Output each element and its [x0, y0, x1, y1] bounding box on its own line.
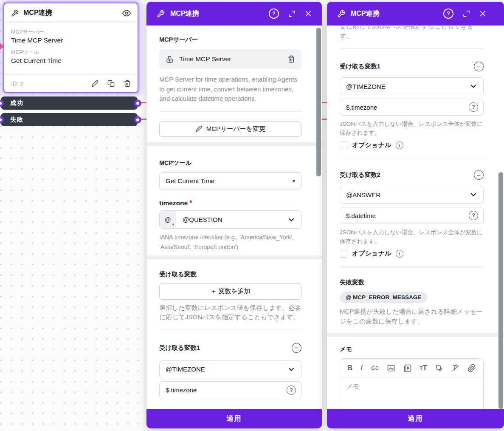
help-icon[interactable]	[269, 9, 279, 19]
node-footer: ID: 2	[4, 74, 138, 92]
change-server-button[interactable]: MCPサーバーを変更	[159, 121, 301, 137]
node-header: MCP連携	[4, 3, 138, 23]
var2-variable-select[interactable]: @ANSWER	[340, 186, 484, 204]
mcp-server-row[interactable]: Time MCP Server	[159, 49, 301, 69]
trash-icon[interactable]	[287, 55, 295, 63]
var2-note: JSONパスを入力しない場合、レスポンス全体が変数に保存されます。	[340, 228, 484, 246]
add-variable-button[interactable]: ＋ 変数を追加	[159, 284, 301, 300]
var1-jsonpath-input[interactable]: $.timezone	[340, 99, 484, 116]
clear-format-icon[interactable]	[451, 364, 460, 372]
fail-var-note: MCP連携が失敗した場合に返される詳細メッセージをこの変数に保存します。	[340, 307, 484, 326]
memo-editor: メモ	[340, 358, 484, 409]
edit-icon[interactable]	[91, 80, 99, 87]
mcp-tool-select[interactable]: Get Current Time	[159, 172, 301, 190]
timezone-select[interactable]: @ @QUESTION	[159, 210, 301, 229]
remove-variable-icon[interactable]	[474, 170, 484, 180]
mcp-detail-panel-2: MCP連携 要に応じてJSONパスを指定することもできま す。	[327, 2, 504, 428]
optional-label: オプショナル	[352, 250, 391, 258]
wrench-icon	[11, 9, 19, 17]
node-tool-value: Get Current Time	[11, 57, 131, 65]
pen-icon[interactable]	[435, 364, 443, 372]
fail-port-right[interactable]	[134, 116, 141, 123]
caret-down-icon	[172, 222, 174, 227]
scrollbar-thumb[interactable]	[316, 28, 321, 176]
divider	[340, 157, 484, 157]
node-title: MCP連携	[23, 9, 122, 17]
question-icon[interactable]	[469, 102, 478, 112]
timezone-help: IANA timezone identifier (e.g., 'America…	[159, 233, 301, 252]
chevron-down-icon	[469, 82, 478, 91]
question-icon[interactable]	[469, 211, 478, 220]
required-asterisk: *	[189, 199, 192, 207]
var2-jsonpath-value: $.datetime	[346, 212, 376, 219]
var2-label: 受け取る変数2	[340, 171, 380, 179]
lock-icon	[166, 55, 174, 63]
eye-icon[interactable]	[122, 9, 131, 17]
expand-icon[interactable]	[463, 10, 470, 17]
memo-toolbar	[340, 359, 483, 377]
duplicate-icon[interactable]	[107, 80, 115, 87]
var1-variable-select[interactable]: @TIMEZONE	[340, 77, 484, 95]
fail-var-chip: @ MCP_ERROR_MESSAGE	[340, 292, 427, 303]
chevron-down-icon	[469, 190, 478, 199]
attachment-icon[interactable]	[467, 364, 476, 372]
expand-icon[interactable]	[288, 10, 296, 17]
var1-label: 受け取る変数1	[159, 344, 200, 352]
variable-prefix-button[interactable]: @	[160, 211, 176, 228]
var1-jsonpath-input[interactable]: $.timezone	[159, 381, 301, 399]
apply-label: 適用	[408, 414, 423, 423]
panel-header: MCP連携	[327, 2, 504, 26]
remove-variable-icon[interactable]	[474, 62, 484, 71]
info-icon[interactable]	[396, 142, 403, 149]
memo-input[interactable]: メモ	[340, 377, 483, 409]
var1-variable-select[interactable]: @TIMEZONE	[159, 360, 301, 378]
close-icon[interactable]	[305, 10, 312, 17]
node-server-label: MCPサーバー	[11, 28, 131, 36]
mcp-node-card[interactable]: MCP連携 MCPサーバー Time MCP Server MCPツール Get…	[3, 3, 138, 93]
info-icon[interactable]	[396, 250, 403, 258]
link-icon[interactable]	[371, 364, 379, 372]
mcp-server-description: MCP Server for time operations, enabling…	[159, 75, 301, 104]
mcp-tool-label: MCPツール	[159, 159, 301, 167]
apply-button[interactable]: 適用	[146, 409, 322, 428]
image-icon[interactable]	[387, 364, 395, 372]
clipped-note-line1: 要に応じてJSONパスを指定することもできま	[340, 26, 484, 31]
timezone-label: timezone	[159, 199, 188, 207]
mcp-server-name: Time MCP Server	[179, 55, 282, 63]
node-tool-label: MCPツール	[11, 49, 131, 56]
panel-body: 要に応じてJSONパスを指定することもできま す。 受け取る変数1 @TIMEZ…	[327, 26, 504, 409]
var1-jsonpath-value: $.timezone	[346, 104, 377, 111]
wrench-icon	[337, 10, 345, 18]
var2-jsonpath-input[interactable]: $.datetime	[340, 207, 484, 224]
question-icon[interactable]	[287, 386, 296, 395]
caret-down-icon	[293, 178, 295, 184]
divider	[340, 266, 484, 267]
help-icon[interactable]	[443, 9, 453, 19]
timezone-value: @QUESTION	[176, 211, 222, 228]
success-port-left[interactable]	[0, 99, 4, 107]
fail-port-left[interactable]	[0, 116, 4, 123]
trash-icon[interactable]	[124, 80, 131, 87]
var1-variable-value: @TIMEZONE	[346, 83, 386, 90]
bold-icon[interactable]	[347, 364, 352, 372]
fail-output-bar[interactable]: 失敗	[1, 113, 138, 126]
workflow-editor: MCP連携 MCPサーバー Time MCP Server MCPツール Get…	[0, 0, 504, 431]
memo-label: メモ	[340, 345, 484, 353]
optional-label: オプショナル	[352, 141, 391, 149]
receive-vars-label: 受け取る変数	[159, 270, 301, 278]
section-divider	[146, 142, 322, 146]
success-port-right[interactable]	[134, 99, 141, 107]
apply-button[interactable]: 適用	[327, 409, 504, 428]
divider	[159, 111, 301, 112]
panel-header: MCP連携	[146, 2, 322, 26]
scrollbar-thumb[interactable]	[498, 172, 503, 409]
italic-icon[interactable]	[360, 363, 363, 372]
optional-checkbox[interactable]	[340, 250, 347, 258]
close-icon[interactable]	[479, 10, 486, 17]
optional-checkbox[interactable]	[340, 142, 347, 149]
success-output-bar[interactable]: 成功	[1, 96, 138, 110]
text-size-icon[interactable]	[420, 364, 427, 372]
video-icon[interactable]	[403, 364, 412, 372]
mcp-detail-panel: MCP連携 MCPサーバー Time MCP Server	[146, 2, 322, 428]
remove-variable-icon[interactable]	[292, 343, 301, 353]
